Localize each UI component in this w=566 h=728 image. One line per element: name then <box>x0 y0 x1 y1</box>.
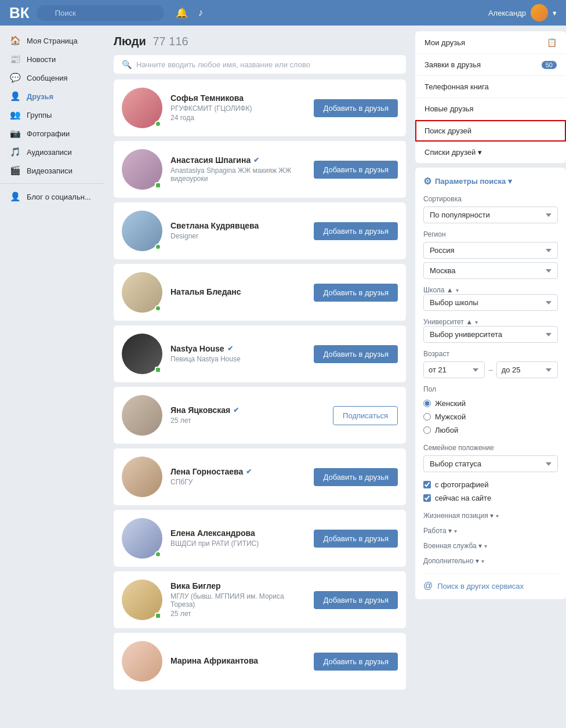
action-button-2[interactable]: Добавить в друзья <box>314 161 398 179</box>
gender-any-option[interactable]: Любой <box>423 423 558 437</box>
search-services[interactable]: @ Поиск в других сервисах <box>423 573 558 591</box>
nav-my-friends-icon: 📋 <box>547 38 557 47</box>
header: ВК 🔍 🔔 ♪ Александр ▾ <box>0 0 566 26</box>
sort-select[interactable]: По популярности <box>423 207 558 223</box>
action-button-8[interactable]: Добавить в друзья <box>314 530 398 548</box>
university-label[interactable]: Университет ▲ <box>423 318 558 326</box>
photos-icon: 📷 <box>9 128 21 139</box>
online-mobile-dot <box>155 367 161 373</box>
gender-label: Пол <box>423 385 558 393</box>
sidebar-item-groups[interactable]: 👥 Группы <box>0 106 104 124</box>
main-content: Люди 77 116 🔍 Софья Темникова РГУФКСМИТ … <box>104 26 415 728</box>
person-info: Софья Темникова РГУФКСМИТ (ГЦОЛИФК)24 го… <box>170 93 306 123</box>
action-button-7[interactable]: Добавить в друзья <box>314 468 398 486</box>
sidebar-label-news: Новости <box>27 55 56 64</box>
header-avatar-img <box>531 4 548 21</box>
people-title: Люди <box>114 35 146 48</box>
sidebar-label-blog: Блог о социальн... <box>27 193 91 201</box>
vk-logo[interactable]: ВК <box>9 4 30 22</box>
params-header[interactable]: ⚙ Параметры поиска ▾ <box>423 176 558 187</box>
online-now-checkbox[interactable] <box>423 494 431 502</box>
sidebar-item-messages[interactable]: 💬 Сообщения <box>0 68 104 87</box>
nav-search-friends[interactable]: Поиск друзей <box>415 120 566 142</box>
header-icons: 🔔 ♪ <box>176 7 204 19</box>
gender-male-option[interactable]: Мужской <box>423 410 558 423</box>
right-sidebar: Мои друзья 📋 Заявки в друзья 50 Телефонн… <box>415 26 566 728</box>
person-sub2: 25 лет <box>170 610 306 618</box>
header-user[interactable]: Александр ▾ <box>488 4 557 21</box>
person-card-3: Светлана Кудрявцева Designer Добавить в … <box>114 202 406 259</box>
age-from-select[interactable]: от 21 <box>423 361 485 378</box>
sidebar-item-friends[interactable]: 👤 Друзья <box>0 87 104 106</box>
action-button-4[interactable]: Добавить в друзья <box>314 284 398 302</box>
action-button-6[interactable]: Подписаться <box>333 406 398 425</box>
family-select[interactable]: Выбор статуса <box>423 455 558 472</box>
sidebar-item-video[interactable]: 🎬 Видеозаписи <box>0 161 104 180</box>
notifications-icon[interactable]: 🔔 <box>176 7 188 19</box>
nav-new-friends[interactable]: Новые друзья <box>415 98 566 120</box>
with-photo-option[interactable]: с фотографией <box>423 478 558 491</box>
online-dot <box>155 305 161 312</box>
university-select[interactable]: Выбор университета <box>423 326 558 343</box>
nav-my-friends[interactable]: Мои друзья 📋 <box>415 31 566 54</box>
region-label: Регион <box>423 230 558 238</box>
video-icon: 🎬 <box>9 165 21 176</box>
action-button-5[interactable]: Добавить в друзья <box>314 345 398 363</box>
military-label[interactable]: Военная служба ▾ <box>423 542 558 550</box>
school-label[interactable]: Школа ▲ <box>423 286 558 294</box>
sidebar-label-audio: Аудиозаписи <box>27 148 72 157</box>
home-icon: 🏠 <box>9 35 21 46</box>
sidebar-item-blog[interactable]: 👤 Блог о социальн... <box>0 187 104 206</box>
person-name: Анастасия Шпагина✔ <box>170 155 306 165</box>
gender-any-radio[interactable] <box>423 426 431 434</box>
params-icon: ⚙ <box>423 176 431 187</box>
work-label[interactable]: Работа ▾ <box>423 527 558 535</box>
family-label: Семейное положение <box>423 444 558 452</box>
header-user-chevron: ▾ <box>553 9 557 17</box>
online-now-option[interactable]: сейчас на сайте <box>423 491 558 505</box>
with-photo-label: с фотографией <box>435 480 488 489</box>
nav-requests[interactable]: Заявки в друзья 50 <box>415 54 566 76</box>
person-avatar-wrap <box>122 88 162 128</box>
person-name: Яна Яцковская✔ <box>170 405 325 415</box>
action-button-10[interactable]: Добавить в друзья <box>314 653 398 671</box>
age-dash: – <box>488 365 492 374</box>
music-icon[interactable]: ♪ <box>198 7 204 19</box>
nav-friend-lists-label: Списки друзей ▾ <box>424 148 482 157</box>
gender-male-radio[interactable] <box>423 413 431 421</box>
sidebar-divider <box>0 183 104 184</box>
search-params-panel: ⚙ Параметры поиска ▾ Сортировка По попул… <box>415 168 566 599</box>
person-avatar-wrap <box>122 272 162 313</box>
city-select[interactable]: Москва <box>423 262 558 279</box>
gender-female-option[interactable]: Женский <box>423 397 558 410</box>
school-select[interactable]: Выбор школы <box>423 294 558 311</box>
with-photo-checkbox[interactable] <box>423 481 431 488</box>
people-list: Софья Темникова РГУФКСМИТ (ГЦОЛИФК)24 го… <box>114 79 406 690</box>
sidebar-item-photos[interactable]: 📷 Фотографии <box>0 124 104 143</box>
additional-label[interactable]: Дополнительно ▾ <box>423 557 558 565</box>
person-info: Елена Александрова ВШДСИ при РАТИ (ГИТИС… <box>170 528 306 549</box>
sidebar-item-audio[interactable]: 🎵 Аудиозаписи <box>0 143 104 161</box>
left-sidebar: 🏠 Моя Страница 📰 Новости 💬 Сообщения 👤 Д… <box>0 26 104 728</box>
action-button-3[interactable]: Добавить в друзья <box>314 222 398 240</box>
gender-female-radio[interactable] <box>423 400 431 407</box>
online-dot <box>155 121 161 127</box>
nav-phone-book[interactable]: Телефонная книга <box>415 76 566 98</box>
header-search-input[interactable] <box>37 5 164 21</box>
people-search-input[interactable] <box>136 60 398 69</box>
sidebar-item-my-page[interactable]: 🏠 Моя Страница <box>0 31 104 50</box>
action-button-9[interactable]: Добавить в друзья <box>314 591 398 609</box>
sort-label: Сортировка <box>423 195 558 203</box>
nav-friend-lists[interactable]: Списки друзей ▾ <box>415 142 566 163</box>
person-name: Марина Африкантова <box>170 656 306 665</box>
person-info: Вика Биглер МГЛУ (бывш. МГПИИЯ им. Морис… <box>170 581 306 619</box>
people-header: Люди 77 116 <box>114 35 406 48</box>
nav-phone-book-label: Телефонная книга <box>424 82 489 91</box>
action-button-1[interactable]: Добавить в друзья <box>314 99 398 117</box>
region-select[interactable]: Россия <box>423 242 558 259</box>
age-to-select[interactable]: до 25 <box>496 361 558 378</box>
sidebar-item-news[interactable]: 📰 Новости <box>0 50 104 68</box>
person-info: Светлана Кудрявцева Designer <box>170 221 306 241</box>
life-position-label[interactable]: Жизненная позиция ▾ <box>423 512 558 520</box>
gender-male-label: Мужской <box>435 412 466 421</box>
